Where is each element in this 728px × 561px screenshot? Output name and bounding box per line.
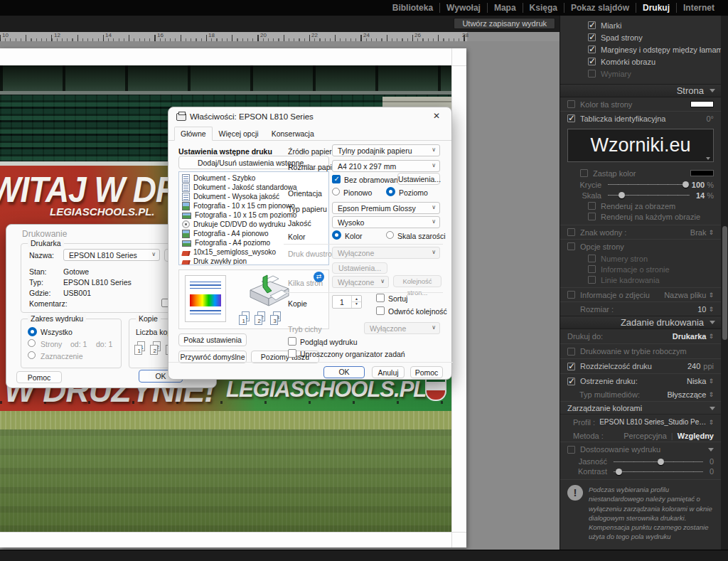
duplex-settings-button[interactable]: Ustawienia... (332, 262, 387, 274)
checkbox-icon[interactable] (588, 21, 596, 29)
print-to-value[interactable]: Drukarka (673, 332, 707, 341)
printer-name-select[interactable]: EPSON L810 Series (63, 249, 160, 261)
color-radio[interactable] (332, 230, 341, 240)
module-ksiega[interactable]: Księga (523, 3, 564, 13)
job-arranger-checkbox[interactable] (288, 349, 296, 358)
copies-spinner[interactable]: 1 ▲ ▼ (332, 295, 362, 309)
photo-info-value[interactable]: Nazwa pliku (664, 291, 706, 299)
sharpening-row[interactable]: Ostrzenie druku: Niska⇕ (560, 374, 721, 388)
range-selection-radio[interactable] (28, 351, 36, 359)
slider-knob[interactable] (658, 459, 664, 465)
page-options-row[interactable]: Opcje strony (560, 240, 721, 253)
color-management-header[interactable]: Zarządzanie kolorami (560, 401, 721, 415)
opacity-value[interactable]: 100 (692, 181, 705, 189)
checkbox-icon[interactable] (567, 378, 575, 385)
paper-type-select[interactable]: Epson Premium Glossy (332, 202, 440, 214)
reverse-order-checkbox[interactable] (376, 306, 385, 315)
orientation-landscape-radio[interactable] (386, 187, 395, 196)
render-behind-row[interactable]: Renderuj za obrazem (560, 201, 721, 211)
tab-wiecej-opcji[interactable]: Więcej opcji (213, 127, 265, 141)
tab-konserwacja[interactable]: Konserwacja (265, 127, 321, 141)
range-pages-radio[interactable] (28, 339, 36, 347)
checkbox-icon[interactable] (588, 46, 596, 53)
page-bg-color-row[interactable]: Kolor tła strony (560, 97, 721, 111)
sharpening-value[interactable]: Niska (687, 377, 707, 385)
close-icon[interactable]: ✕ (430, 111, 443, 121)
checkbox-icon[interactable] (588, 58, 596, 65)
section-header-zadanie[interactable]: Zadanie drukowania (560, 316, 721, 329)
render-every-row[interactable]: Renderuj na każdym obrazie (560, 211, 721, 222)
font-size-value[interactable]: 10 (697, 305, 706, 314)
properties-ok-button[interactable]: OK (323, 366, 365, 378)
preset-item[interactable]: Dokument - Szybko (179, 173, 328, 183)
chevron-down-icon[interactable] (710, 321, 715, 324)
override-color-row[interactable]: Zastąp kolor (560, 167, 721, 179)
photo-info-row[interactable]: Informacje o zdjęciu Nazwa pliku⇕ (560, 288, 721, 301)
range-all-radio[interactable] (28, 327, 37, 336)
module-pokaz-slajdow[interactable]: Pokaz slajdów (564, 3, 636, 13)
panel-scrollbar[interactable] (721, 16, 728, 550)
checkbox-icon[interactable] (588, 265, 596, 273)
chevron-down-icon[interactable] (708, 448, 714, 452)
checkbox-icon[interactable] (567, 242, 575, 250)
contrast-slider[interactable] (614, 471, 703, 472)
scale-slider[interactable] (608, 195, 690, 196)
override-color-swatch[interactable] (690, 170, 714, 176)
checkbox-icon[interactable] (588, 213, 596, 220)
identity-angle[interactable]: 0° (706, 114, 714, 123)
properties-help-button[interactable]: Pomoc (410, 366, 443, 378)
slider-knob[interactable] (682, 181, 689, 188)
checkbox-icon[interactable] (567, 100, 575, 108)
resolution-value[interactable]: 240 (687, 362, 700, 370)
spinner-down-icon[interactable]: ▼ (351, 301, 361, 308)
slider-knob[interactable] (619, 192, 625, 198)
checkbox-icon[interactable] (567, 446, 575, 454)
scale-value[interactable]: 14 (696, 191, 705, 200)
borderless-settings-button[interactable]: Ustawienia... (397, 173, 440, 185)
module-drukuj[interactable]: Drukuj (636, 3, 676, 13)
module-biblioteka[interactable]: Biblioteka (386, 3, 439, 13)
checkbox-icon[interactable] (567, 348, 575, 356)
paper-source-select[interactable]: Tylny podajnik papieru (332, 144, 440, 156)
create-saved-print-button[interactable]: Utwórz zapisany wydruk (454, 18, 555, 29)
grayscale-radio[interactable] (386, 231, 394, 239)
guide-row-miarki[interactable]: Miarki (588, 19, 721, 31)
page-order-button[interactable]: Kolejność stron... (393, 275, 441, 287)
properties-titlebar[interactable]: Właściwości: EPSON L810 Series ✕ (168, 107, 451, 126)
duplex-select[interactable]: Wyłączone (332, 247, 440, 259)
draft-mode-row[interactable]: Drukowanie w trybie roboczym (560, 344, 721, 358)
chevron-down-icon[interactable] (706, 157, 710, 160)
module-wywolaj[interactable]: Wywołaj (439, 3, 487, 13)
checkbox-icon[interactable] (580, 169, 588, 177)
page-info-row[interactable]: Informacje o stronie (560, 264, 721, 274)
intent-perceptual[interactable]: Percepcyjna (623, 432, 667, 440)
crop-marks-row[interactable]: Linie kadrowania (560, 274, 721, 285)
watermark-row[interactable]: Znak wodny : Brak⇕ (560, 225, 721, 239)
checkbox-icon[interactable] (567, 291, 575, 299)
intent-relative[interactable]: Względny (678, 432, 714, 440)
media-type-value[interactable]: Błyszczące (667, 390, 706, 399)
contrast-value[interactable]: 0 (710, 467, 714, 476)
preset-item[interactable]: Fotografia - A4 pionowo (179, 229, 328, 238)
properties-cancel-button[interactable]: Anuluj (372, 366, 405, 378)
quality-select[interactable]: Wysoko (332, 216, 440, 228)
watermark-value[interactable]: Brak (690, 228, 707, 237)
resolution-row[interactable]: Rozdzielczość druku 240 ppi (560, 359, 721, 373)
identity-plate-row[interactable]: Tabliczka identyfikacyjna 0° (560, 112, 721, 125)
checkbox-icon[interactable] (588, 202, 596, 210)
show-settings-button[interactable]: Pokaż ustawienia (178, 333, 247, 346)
chevron-down-icon[interactable] (710, 89, 715, 92)
guide-row-komorki[interactable]: Komórki obrazu (588, 55, 721, 68)
tab-glowne[interactable]: Główne (174, 127, 213, 141)
guide-row-spad[interactable]: Spad strony (588, 31, 721, 43)
module-mapa[interactable]: Mapa (487, 3, 523, 13)
profile-value[interactable]: EPSON L810 Series_Studio Pearl A4_020_20… (599, 418, 706, 426)
checkbox-icon[interactable] (588, 70, 596, 78)
checkbox-icon[interactable] (588, 33, 596, 41)
collate-checkbox[interactable] (376, 294, 385, 302)
scrollbar-thumb[interactable] (722, 226, 727, 340)
module-internet[interactable]: Internet (676, 3, 721, 13)
orientation-portrait-radio[interactable] (332, 188, 340, 196)
page-numbers-row[interactable]: Numery stron (560, 253, 721, 264)
slider-knob[interactable] (616, 469, 622, 475)
